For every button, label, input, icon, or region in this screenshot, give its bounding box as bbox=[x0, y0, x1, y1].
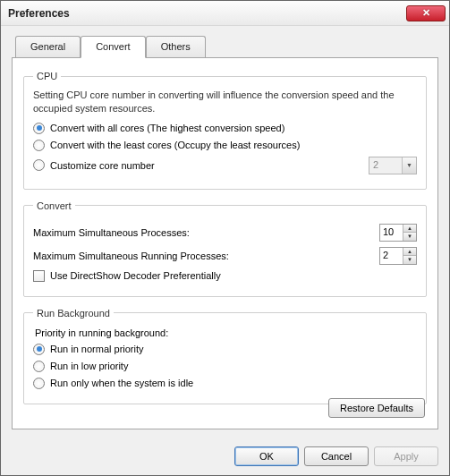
max-run-spinner[interactable]: 2 ▲ ▼ bbox=[379, 247, 417, 265]
tab-general[interactable]: General bbox=[15, 36, 81, 58]
max-run-label: Maximum Simultaneous Running Processes: bbox=[33, 251, 229, 261]
radio-priority-low[interactable] bbox=[33, 361, 45, 372]
group-convert: Convert Maximum Simultaneous Processes: … bbox=[23, 200, 427, 297]
close-button[interactable]: ✕ bbox=[406, 5, 446, 21]
apply-button[interactable]: Apply bbox=[374, 446, 438, 466]
max-proc-value: 10 bbox=[380, 225, 403, 241]
checkbox-directshow-label: Use DirectShow Decoder Preferentially bbox=[50, 270, 221, 281]
cpu-core-value: 2 bbox=[369, 157, 402, 174]
group-run-background: Run Background Priority in running backg… bbox=[23, 308, 427, 404]
radio-cpu-all[interactable] bbox=[33, 123, 45, 134]
checkbox-directshow[interactable] bbox=[33, 270, 45, 282]
spinner-up-icon[interactable]: ▲ bbox=[403, 248, 416, 256]
radio-cpu-least-label: Convert with the least cores (Occupy the… bbox=[50, 140, 300, 150]
radio-priority-normal-label: Run in normal priority bbox=[50, 344, 144, 354]
radio-priority-idle-label: Run only when the system is idle bbox=[50, 378, 193, 388]
group-runbg-legend: Run Background bbox=[33, 308, 114, 319]
group-convert-legend: Convert bbox=[33, 200, 75, 211]
tab-others[interactable]: Others bbox=[146, 36, 206, 58]
close-icon: ✕ bbox=[422, 7, 430, 19]
radio-priority-normal[interactable] bbox=[33, 344, 45, 355]
titlebar: Preferences ✕ bbox=[1, 1, 449, 26]
tab-convert[interactable]: Convert bbox=[81, 36, 146, 58]
radio-cpu-custom-label: Customize core number bbox=[50, 160, 155, 171]
content-area: General Convert Others CPU Setting CPU c… bbox=[1, 26, 449, 438]
cpu-core-combo[interactable]: 2 ▼ bbox=[369, 157, 417, 174]
max-proc-spinner[interactable]: 10 ▲ ▼ bbox=[379, 224, 417, 242]
max-run-value: 2 bbox=[380, 248, 403, 264]
tab-strip: General Convert Others bbox=[15, 36, 438, 58]
preferences-window: Preferences ✕ General Convert Others CPU… bbox=[0, 0, 450, 476]
dialog-footer: OK Cancel Apply bbox=[1, 438, 449, 475]
cpu-description: Setting CPU core number in converting wi… bbox=[33, 89, 417, 115]
radio-cpu-least[interactable] bbox=[33, 140, 45, 151]
priority-label: Priority in running background: bbox=[35, 327, 417, 338]
radio-priority-low-label: Run in low priority bbox=[50, 361, 128, 371]
group-cpu-legend: CPU bbox=[33, 71, 61, 81]
ok-button[interactable]: OK bbox=[234, 446, 299, 466]
chevron-down-icon: ▼ bbox=[402, 157, 416, 174]
spinner-up-icon[interactable]: ▲ bbox=[403, 225, 416, 233]
max-proc-label: Maximum Simultaneous Processes: bbox=[33, 227, 190, 238]
radio-cpu-custom[interactable] bbox=[33, 159, 45, 171]
spinner-down-icon[interactable]: ▼ bbox=[403, 232, 416, 241]
cancel-button[interactable]: Cancel bbox=[304, 446, 369, 466]
radio-priority-idle[interactable] bbox=[33, 378, 45, 389]
window-title: Preferences bbox=[8, 7, 406, 20]
tab-panel-convert: CPU Setting CPU core number in convertin… bbox=[12, 57, 438, 429]
spinner-down-icon[interactable]: ▼ bbox=[403, 255, 416, 264]
radio-cpu-all-label: Convert with all cores (The highest conv… bbox=[50, 123, 284, 133]
group-cpu: CPU Setting CPU core number in convertin… bbox=[23, 71, 427, 190]
restore-defaults-button[interactable]: Restore Defaults bbox=[328, 398, 425, 418]
